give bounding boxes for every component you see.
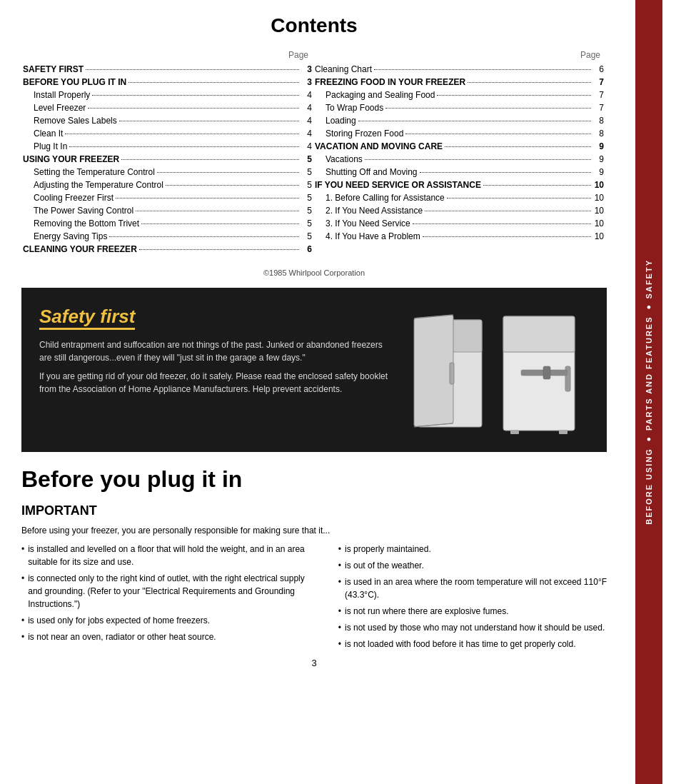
list-item: is used in an area where the room temper… [338, 576, 607, 601]
list-item: is not loaded with food before it has ti… [338, 638, 607, 650]
copyright-text: ©1985 Whirlpool Corporation [21, 268, 607, 277]
toc-item: CLEANING YOUR FREEZER6 [23, 243, 312, 256]
left-bullets: is installed and levelled on a floor tha… [21, 543, 317, 654]
toc-item: Energy Saving Tips5 [23, 230, 312, 243]
svg-rect-11 [543, 366, 550, 379]
toc-item: VACATION AND MOVING CARE9 [315, 140, 604, 153]
list-item: is used only for jobs expected of home f… [21, 614, 317, 627]
toc-item: Level Freezer4 [23, 101, 312, 114]
list-item: is out of the weather. [338, 559, 607, 572]
svg-rect-13 [559, 430, 568, 434]
toc-item: Clean It4 [23, 127, 312, 140]
toc-item: Setting the Temperature Control5 [23, 166, 312, 179]
toc-item: USING YOUR FREEZER5 [23, 153, 312, 166]
toc-item: 4. If You Have a Problem10 [315, 230, 604, 243]
right-bullets: is properly maintained.is out of the wea… [338, 543, 607, 654]
list-item: is installed and levelled on a floor tha… [21, 543, 317, 568]
safety-image [403, 306, 589, 434]
toc-left-col: SAFETY FIRST3BEFORE YOU PLUG IT IN3Insta… [23, 62, 312, 256]
toc-item: To Wrap Foods7 [315, 101, 604, 114]
toc-item: 2. If You Need Assistance10 [315, 204, 604, 217]
toc-item: Vacations9 [315, 153, 604, 166]
safety-section: Safety first Child entrapment and suffoc… [21, 288, 607, 452]
safety-text: Safety first Child entrapment and suffoc… [39, 306, 389, 396]
intro-text: Before using your freezer, you are perso… [21, 524, 607, 537]
safety-para1: Child entrapment and suffocation are not… [39, 338, 389, 364]
toc-item: 3. If You Need Service10 [315, 217, 604, 230]
list-item: is connected only to the right kind of o… [21, 572, 317, 610]
toc-item: Install Properly4 [23, 89, 312, 101]
toc-item: Plug It In4 [23, 140, 312, 153]
toc-item: Cooling Freezer First5 [23, 191, 312, 204]
toc-item: Storing Frozen Food8 [315, 127, 604, 140]
toc-item: Loading8 [315, 114, 604, 127]
toc-item: Adjusting the Temperature Control5 [23, 179, 312, 191]
list-item: is properly maintained. [338, 543, 607, 556]
before-plug-title: Before you plug it in [21, 466, 607, 493]
safety-para2: If you are getting rid of your old freez… [39, 370, 389, 396]
toc-page-header-left: Page [23, 49, 312, 61]
toc-page-header-right: Page [315, 49, 604, 61]
bullet-columns: is installed and levelled on a floor tha… [21, 543, 607, 654]
toc-table: Page Page SAFETY FIRST3BEFORE YOU PLUG I… [21, 48, 607, 258]
page-number: 3 [311, 658, 316, 668]
toc-item: Shutting Off and Moving9 [315, 166, 604, 179]
toc-item: SAFETY FIRST3 [23, 63, 312, 76]
toc-item: Removing the Bottom Trivet5 [23, 217, 312, 230]
svg-rect-5 [450, 363, 454, 384]
freezer-svg [410, 306, 582, 434]
contents-title: Contents [21, 14, 607, 37]
toc-item: FREEZING FOOD IN YOUR FREEZER7 [315, 76, 604, 89]
toc-item: Cleaning Chart6 [315, 63, 604, 76]
safety-body: Child entrapment and suffocation are not… [39, 338, 389, 396]
list-item: is not near an oven, radiator or other h… [21, 630, 317, 643]
toc-right-col: Cleaning Chart6FREEZING FOOD IN YOUR FRE… [315, 62, 604, 256]
toc-item: Packaging and Sealing Food7 [315, 89, 604, 101]
list-item: is not run where there are explosive fum… [338, 605, 607, 618]
right-sidebar: BEFORE USING ● PARTS AND FEATURES ● SAFE… [635, 0, 662, 784]
svg-rect-2 [414, 315, 453, 427]
sidebar-label: BEFORE USING ● PARTS AND FEATURES ● SAFE… [645, 259, 653, 525]
important-title: IMPORTANT [21, 503, 607, 518]
toc-item: The Power Saving Control5 [23, 204, 312, 217]
toc-item: IF YOU NEED SERVICE OR ASSISTANCE10 [315, 179, 604, 191]
safety-title: Safety first [39, 306, 135, 330]
svg-rect-7 [503, 316, 575, 352]
svg-rect-12 [510, 430, 519, 434]
toc-item: BEFORE YOU PLUG IT IN3 [23, 76, 312, 89]
toc-item: Remove Sales Labels4 [23, 114, 312, 127]
toc-item: 1. Before Calling for Assistance10 [315, 191, 604, 204]
list-item: is not used by those who may not underst… [338, 621, 607, 634]
